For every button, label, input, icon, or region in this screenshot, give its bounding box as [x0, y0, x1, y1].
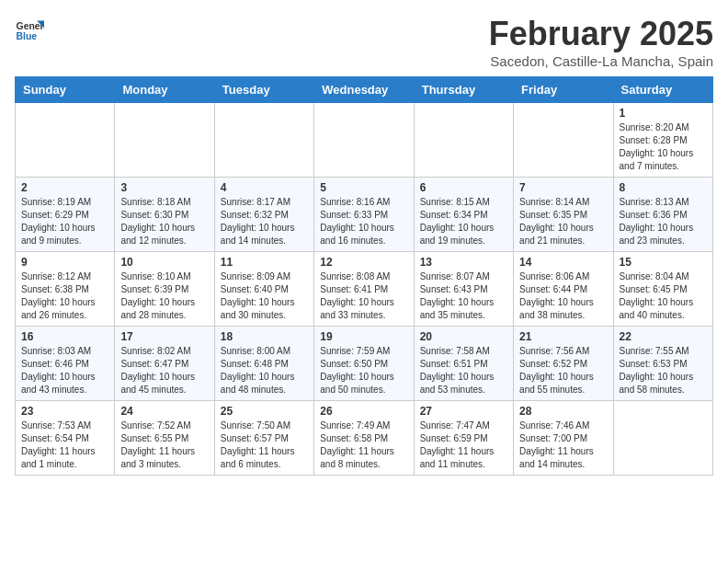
- weekday-header: Thursday: [414, 77, 513, 103]
- day-number: 23: [21, 405, 108, 418]
- day-info: Sunrise: 8:02 AM Sunset: 6:47 PM Dayligh…: [120, 345, 208, 396]
- calendar-week-row: 23Sunrise: 7:53 AM Sunset: 6:54 PM Dayli…: [16, 401, 713, 476]
- calendar-header-row: SundayMondayTuesdayWednesdayThursdayFrid…: [16, 77, 713, 103]
- day-info: Sunrise: 7:47 AM Sunset: 6:59 PM Dayligh…: [420, 419, 507, 471]
- day-info: Sunrise: 8:03 AM Sunset: 6:46 PM Dayligh…: [21, 345, 108, 396]
- day-number: 21: [519, 330, 607, 343]
- calendar-cell: 22Sunrise: 7:55 AM Sunset: 6:53 PM Dayli…: [613, 327, 712, 401]
- day-number: 14: [519, 256, 607, 269]
- calendar-cell: 16Sunrise: 8:03 AM Sunset: 6:46 PM Dayli…: [16, 327, 115, 401]
- day-number: 27: [420, 405, 507, 418]
- calendar-cell: 5Sunrise: 8:16 AM Sunset: 6:33 PM Daylig…: [314, 178, 414, 252]
- day-info: Sunrise: 8:10 AM Sunset: 6:39 PM Dayligh…: [120, 270, 208, 322]
- day-info: Sunrise: 7:58 AM Sunset: 6:51 PM Dayligh…: [420, 345, 507, 396]
- calendar-week-row: 2Sunrise: 8:19 AM Sunset: 6:29 PM Daylig…: [16, 178, 713, 252]
- day-info: Sunrise: 7:53 AM Sunset: 6:54 PM Dayligh…: [21, 419, 108, 471]
- day-number: 12: [320, 256, 407, 269]
- day-number: 3: [120, 181, 208, 194]
- weekday-header: Wednesday: [314, 77, 414, 103]
- calendar-cell: 18Sunrise: 8:00 AM Sunset: 6:48 PM Dayli…: [214, 327, 313, 401]
- calendar-cell: 3Sunrise: 8:18 AM Sunset: 6:30 PM Daylig…: [115, 178, 214, 252]
- logo-icon: General Blue: [15, 15, 44, 44]
- calendar-cell: 20Sunrise: 7:58 AM Sunset: 6:51 PM Dayli…: [414, 327, 513, 401]
- calendar-week-row: 9Sunrise: 8:12 AM Sunset: 6:38 PM Daylig…: [16, 252, 713, 327]
- calendar-cell: [514, 103, 613, 178]
- title-block: February 2025 Sacedon, Castille-La Manch…: [489, 15, 713, 69]
- calendar-cell: 28Sunrise: 7:46 AM Sunset: 7:00 PM Dayli…: [514, 401, 613, 476]
- day-info: Sunrise: 8:09 AM Sunset: 6:40 PM Dayligh…: [221, 270, 308, 322]
- calendar-cell: [115, 103, 214, 178]
- calendar-cell: 6Sunrise: 8:15 AM Sunset: 6:34 PM Daylig…: [414, 178, 513, 252]
- day-info: Sunrise: 7:55 AM Sunset: 6:53 PM Dayligh…: [620, 345, 707, 396]
- calendar-cell: [613, 401, 712, 476]
- calendar-cell: 4Sunrise: 8:17 AM Sunset: 6:32 PM Daylig…: [214, 178, 313, 252]
- day-number: 9: [21, 256, 108, 269]
- weekday-header: Tuesday: [214, 77, 313, 103]
- day-info: Sunrise: 7:50 AM Sunset: 6:57 PM Dayligh…: [221, 419, 308, 471]
- day-number: 10: [120, 256, 208, 269]
- calendar-week-row: 1Sunrise: 8:20 AM Sunset: 6:28 PM Daylig…: [16, 103, 713, 178]
- day-number: 2: [21, 181, 108, 194]
- day-info: Sunrise: 8:14 AM Sunset: 6:35 PM Dayligh…: [519, 196, 607, 247]
- day-number: 6: [420, 181, 507, 194]
- day-number: 25: [221, 405, 308, 418]
- day-info: Sunrise: 8:00 AM Sunset: 6:48 PM Dayligh…: [221, 345, 308, 396]
- calendar-cell: 23Sunrise: 7:53 AM Sunset: 6:54 PM Dayli…: [16, 401, 115, 476]
- day-info: Sunrise: 7:52 AM Sunset: 6:55 PM Dayligh…: [120, 419, 208, 471]
- day-number: 1: [620, 107, 707, 120]
- weekday-header: Sunday: [16, 77, 115, 103]
- day-number: 28: [519, 405, 607, 418]
- month-title: February 2025: [489, 15, 713, 53]
- calendar-cell: [314, 103, 414, 178]
- day-info: Sunrise: 8:04 AM Sunset: 6:45 PM Dayligh…: [620, 270, 707, 322]
- calendar-cell: 24Sunrise: 7:52 AM Sunset: 6:55 PM Dayli…: [115, 401, 214, 476]
- calendar-cell: 27Sunrise: 7:47 AM Sunset: 6:59 PM Dayli…: [414, 401, 513, 476]
- day-number: 11: [221, 256, 308, 269]
- day-info: Sunrise: 7:49 AM Sunset: 6:58 PM Dayligh…: [320, 419, 407, 471]
- day-info: Sunrise: 8:15 AM Sunset: 6:34 PM Dayligh…: [420, 196, 507, 247]
- day-number: 17: [120, 330, 208, 343]
- calendar-cell: 21Sunrise: 7:56 AM Sunset: 6:52 PM Dayli…: [514, 327, 613, 401]
- day-number: 5: [320, 181, 407, 194]
- calendar-cell: 15Sunrise: 8:04 AM Sunset: 6:45 PM Dayli…: [613, 252, 712, 327]
- weekday-header: Monday: [115, 77, 214, 103]
- weekday-header: Saturday: [613, 77, 712, 103]
- calendar-cell: [214, 103, 313, 178]
- day-number: 26: [320, 405, 407, 418]
- calendar-cell: 13Sunrise: 8:07 AM Sunset: 6:43 PM Dayli…: [414, 252, 513, 327]
- day-info: Sunrise: 7:59 AM Sunset: 6:50 PM Dayligh…: [320, 345, 407, 396]
- day-number: 16: [21, 330, 108, 343]
- day-number: 24: [120, 405, 208, 418]
- day-number: 15: [620, 256, 707, 269]
- day-number: 7: [519, 181, 607, 194]
- calendar-cell: 12Sunrise: 8:08 AM Sunset: 6:41 PM Dayli…: [314, 252, 414, 327]
- day-info: Sunrise: 8:13 AM Sunset: 6:36 PM Dayligh…: [620, 196, 707, 247]
- calendar-cell: 10Sunrise: 8:10 AM Sunset: 6:39 PM Dayli…: [115, 252, 214, 327]
- calendar-cell: 11Sunrise: 8:09 AM Sunset: 6:40 PM Dayli…: [214, 252, 313, 327]
- calendar-cell: 19Sunrise: 7:59 AM Sunset: 6:50 PM Dayli…: [314, 327, 414, 401]
- svg-text:Blue: Blue: [17, 31, 38, 41]
- day-info: Sunrise: 8:20 AM Sunset: 6:28 PM Dayligh…: [620, 121, 707, 173]
- day-info: Sunrise: 8:12 AM Sunset: 6:38 PM Dayligh…: [21, 270, 108, 322]
- calendar-cell: 1Sunrise: 8:20 AM Sunset: 6:28 PM Daylig…: [613, 103, 712, 178]
- calendar-cell: [16, 103, 115, 178]
- weekday-header: Friday: [514, 77, 613, 103]
- calendar-cell: 8Sunrise: 8:13 AM Sunset: 6:36 PM Daylig…: [613, 178, 712, 252]
- day-info: Sunrise: 8:08 AM Sunset: 6:41 PM Dayligh…: [320, 270, 407, 322]
- calendar-cell: 26Sunrise: 7:49 AM Sunset: 6:58 PM Dayli…: [314, 401, 414, 476]
- logo: General Blue: [15, 15, 44, 44]
- day-info: Sunrise: 8:16 AM Sunset: 6:33 PM Dayligh…: [320, 196, 407, 247]
- day-number: 18: [221, 330, 308, 343]
- day-number: 20: [420, 330, 507, 343]
- day-info: Sunrise: 8:19 AM Sunset: 6:29 PM Dayligh…: [21, 196, 108, 247]
- day-info: Sunrise: 8:17 AM Sunset: 6:32 PM Dayligh…: [221, 196, 308, 247]
- day-info: Sunrise: 8:06 AM Sunset: 6:44 PM Dayligh…: [519, 270, 607, 322]
- page-header: General Blue February 2025 Sacedon, Cast…: [15, 15, 713, 69]
- calendar-cell: 7Sunrise: 8:14 AM Sunset: 6:35 PM Daylig…: [514, 178, 613, 252]
- calendar-cell: 25Sunrise: 7:50 AM Sunset: 6:57 PM Dayli…: [214, 401, 313, 476]
- day-info: Sunrise: 7:46 AM Sunset: 7:00 PM Dayligh…: [519, 419, 607, 471]
- calendar-table: SundayMondayTuesdayWednesdayThursdayFrid…: [15, 76, 713, 476]
- day-info: Sunrise: 8:07 AM Sunset: 6:43 PM Dayligh…: [420, 270, 507, 322]
- day-info: Sunrise: 7:56 AM Sunset: 6:52 PM Dayligh…: [519, 345, 607, 396]
- day-number: 13: [420, 256, 507, 269]
